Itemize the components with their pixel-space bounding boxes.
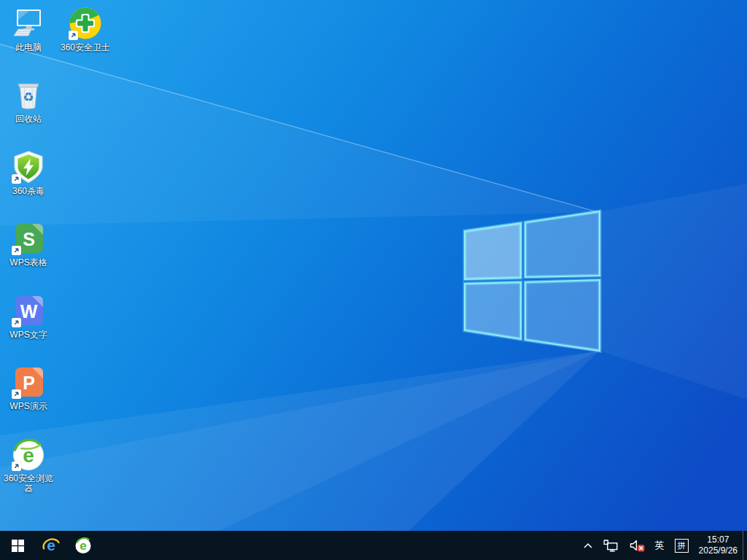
tray-chevron-up-icon[interactable] [578, 531, 598, 560]
svg-text:e: e [80, 539, 86, 553]
icon-label: 360安全卫士 [58, 42, 113, 52]
shortcut-arrow-icon [69, 31, 78, 40]
desktop: 此电脑 360安全卫士 ♻ [0, 0, 747, 560]
system-tray: 英 拼 15:07 2025/9/26 [578, 531, 747, 560]
clock-time: 15:07 [707, 534, 729, 545]
icon-label: 回收站 [1, 114, 56, 124]
wps-letter: P [23, 373, 35, 393]
shortcut-arrow-icon [12, 174, 21, 184]
internet-explorer-icon: e [42, 536, 61, 555]
desktop-icon-wps-writer[interactable]: W WPS文字 [1, 293, 56, 340]
shortcut-arrow-icon [12, 246, 21, 255]
browser-glyph: e [23, 444, 34, 467]
wallpaper [0, 0, 747, 531]
desktop-icon-360-browser[interactable]: e 360安全浏览器 [1, 437, 56, 494]
desktop-icon-this-pc[interactable]: 此电脑 [1, 6, 56, 52]
taskbar-internet-explorer[interactable]: e [35, 531, 67, 560]
icon-label: 此电脑 [1, 42, 56, 52]
clock-date: 2025/9/26 [699, 545, 738, 556]
network-icon[interactable] [598, 531, 624, 560]
icon-label: WPS文字 [1, 330, 56, 340]
this-pc-icon [11, 6, 46, 41]
360-secure-browser-icon: e [74, 536, 93, 555]
icon-label: WPS表格 [1, 257, 56, 268]
shortcut-arrow-icon [12, 389, 21, 399]
desktop-icon-recycle-bin[interactable]: ♻ 回收站 [1, 77, 56, 124]
volume-muted-icon[interactable] [624, 531, 650, 560]
show-desktop-button[interactable] [743, 531, 747, 560]
wps-letter: S [23, 229, 35, 249]
windows-start-icon [12, 540, 24, 552]
taskbar-360-secure-browser[interactable]: e [67, 531, 99, 560]
icon-label: WPS演示 [1, 401, 56, 411]
ime-pinyin-indicator[interactable]: 拼 [670, 531, 694, 560]
ime-language-indicator[interactable]: 英 [650, 531, 670, 560]
taskbar: e e [0, 531, 747, 560]
shortcut-arrow-icon [12, 462, 21, 471]
icon-label: 360安全浏览器 [1, 473, 56, 494]
start-button[interactable] [0, 531, 35, 560]
wps-letter: W [20, 301, 38, 322]
desktop-icon-wps-presentation[interactable]: P WPS演示 [1, 365, 56, 411]
shortcut-arrow-icon [12, 318, 21, 327]
icon-label: 360杀毒 [1, 186, 56, 196]
recycle-glyph: ♻ [23, 90, 34, 104]
desktop-icon-360-antivirus[interactable]: 360杀毒 [1, 149, 56, 196]
pinyin-box: 拼 [675, 539, 689, 553]
desktop-icon-360-safe-guard[interactable]: 360安全卫士 [58, 6, 113, 52]
taskbar-clock[interactable]: 15:07 2025/9/26 [694, 531, 743, 560]
recycle-bin-icon: ♻ [11, 77, 46, 112]
desktop-icon-wps-spreadsheet[interactable]: S WPS表格 [1, 221, 56, 268]
